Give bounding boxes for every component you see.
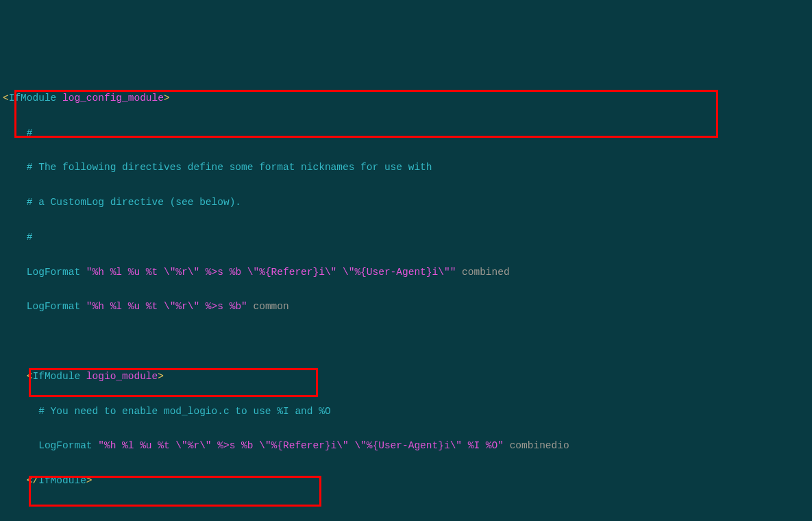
highlight-box bbox=[29, 476, 321, 507]
highlight-box bbox=[29, 368, 318, 397]
logformat-combinedio: LogFormat "%h %l %u %t \"%r\" %>s %b \"%… bbox=[3, 437, 809, 455]
comment-line: # bbox=[3, 229, 809, 246]
blank-line bbox=[3, 507, 809, 521]
logformat-common: LogFormat "%h %l %u %t \"%r\" %>s %b" co… bbox=[3, 298, 809, 315]
comment-line: # You need to enable mod_logio.c to use … bbox=[3, 403, 809, 420]
blank-line bbox=[3, 333, 809, 350]
comment-line: # The following directives define some f… bbox=[3, 159, 809, 176]
logformat-combined: LogFormat "%h %l %u %t \"%r\" %>s %b \"%… bbox=[3, 264, 809, 281]
comment-line: # a CustomLog directive (see below). bbox=[3, 194, 809, 211]
code-block: <IfModule log_config_module> # # The fol… bbox=[3, 73, 809, 522]
highlight-box bbox=[14, 90, 718, 138]
